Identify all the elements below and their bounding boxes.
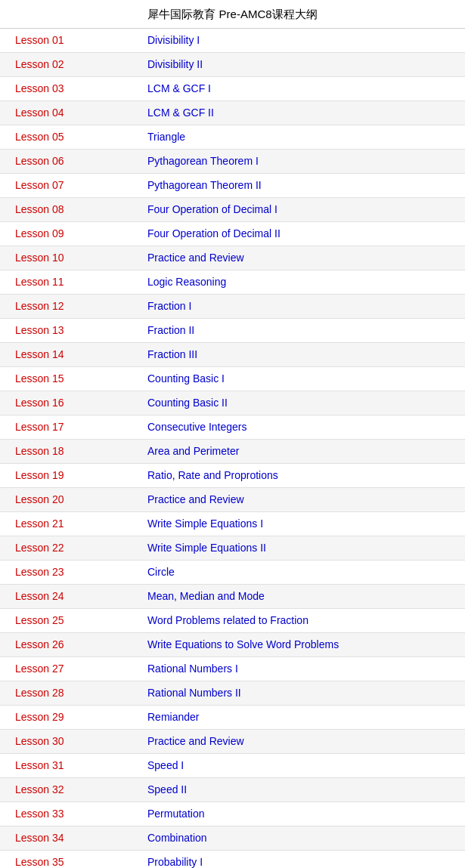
table-row: Lesson 20Practice and Review: [0, 488, 465, 512]
lesson-topic: Logic Reasoning: [140, 270, 465, 294]
lesson-number: Lesson 22: [0, 536, 140, 560]
lesson-topic: Write Simple Equations I: [140, 512, 465, 536]
lesson-number: Lesson 18: [0, 440, 140, 463]
lesson-number: Lesson 35: [0, 851, 140, 868]
table-row: Lesson 18Area and Perimeter: [0, 440, 465, 464]
table-row: Lesson 02Divisibility II: [0, 53, 465, 77]
lesson-number: Lesson 02: [0, 53, 140, 76]
lesson-topic: Permutation: [140, 802, 465, 826]
lesson-number: Lesson 25: [0, 609, 140, 632]
lesson-topic: Consecutive Integers: [140, 415, 465, 439]
table-row: Lesson 32Speed II: [0, 778, 465, 802]
lesson-number: Lesson 06: [0, 150, 140, 173]
table-row: Lesson 09Four Operation of Decimal II: [0, 222, 465, 246]
table-row: Lesson 14Fraction III: [0, 343, 465, 367]
lesson-number: Lesson 34: [0, 826, 140, 850]
lesson-number: Lesson 32: [0, 778, 140, 802]
table-row: Lesson 35Probability I: [0, 851, 465, 868]
lesson-topic: Four Operation of Decimal II: [140, 222, 465, 246]
lesson-topic: Practice and Review: [140, 488, 465, 511]
lesson-number: Lesson 26: [0, 633, 140, 656]
table-row: Lesson 30Practice and Review: [0, 730, 465, 754]
lesson-number: Lesson 04: [0, 101, 140, 125]
lesson-topic: Probability I: [140, 851, 465, 868]
lesson-topic: Combination: [140, 826, 465, 850]
table-row: Lesson 27Rational Numbers I: [0, 657, 465, 681]
table-row: Lesson 01Divisibility I: [0, 29, 465, 53]
table-row: Lesson 25Word Problems related to Fracti…: [0, 609, 465, 633]
lesson-topic: LCM & GCF II: [140, 101, 465, 125]
table-row: Lesson 12Fraction I: [0, 295, 465, 319]
table-row: Lesson 28Rational Numbers II: [0, 681, 465, 706]
table-row: Lesson 33Permutation: [0, 802, 465, 826]
lesson-topic: Remiander: [140, 706, 465, 729]
lesson-topic: Four Operation of Decimal I: [140, 198, 465, 221]
table-row: Lesson 15Counting Basic I: [0, 367, 465, 391]
lesson-number: Lesson 16: [0, 391, 140, 415]
lesson-number: Lesson 08: [0, 198, 140, 221]
lesson-topic: Write Equations to Solve Word Problems: [140, 633, 465, 656]
table-row: Lesson 24Mean, Median and Mode: [0, 585, 465, 609]
lesson-topic: Ratio, Rate and Proprotions: [140, 464, 465, 487]
table-row: Lesson 26Write Equations to Solve Word P…: [0, 633, 465, 657]
lesson-number: Lesson 15: [0, 367, 140, 391]
lesson-topic: Pythagorean Theorem I: [140, 150, 465, 173]
lesson-number: Lesson 12: [0, 295, 140, 318]
lesson-topic: Pythagorean Theorem II: [140, 174, 465, 197]
lesson-topic: Triangle: [140, 125, 465, 149]
lesson-topic: Area and Perimeter: [140, 440, 465, 463]
lesson-topic: Speed I: [140, 754, 465, 777]
page-title: 犀牛国际教育 Pre-AMC8课程大纲: [0, 0, 465, 29]
lesson-topic: Speed II: [140, 778, 465, 802]
lesson-number: Lesson 03: [0, 77, 140, 100]
lesson-topic: Fraction I: [140, 295, 465, 318]
table-row: Lesson 08Four Operation of Decimal I: [0, 198, 465, 222]
table-row: Lesson 16Counting Basic II: [0, 391, 465, 415]
lesson-table: Lesson 01Divisibility ILesson 02Divisibi…: [0, 29, 465, 868]
lesson-number: Lesson 30: [0, 730, 140, 753]
table-row: Lesson 04LCM & GCF II: [0, 101, 465, 125]
lesson-number: Lesson 21: [0, 512, 140, 536]
table-row: Lesson 21Write Simple Equations I: [0, 512, 465, 536]
lesson-topic: Word Problems related to Fraction: [140, 609, 465, 632]
lesson-number: Lesson 31: [0, 754, 140, 777]
lesson-number: Lesson 33: [0, 802, 140, 826]
lesson-topic: Counting Basic I: [140, 367, 465, 391]
lesson-topic: LCM & GCF I: [140, 77, 465, 100]
lesson-number: Lesson 20: [0, 488, 140, 511]
lesson-topic: Divisibility II: [140, 53, 465, 76]
table-row: Lesson 03LCM & GCF I: [0, 77, 465, 101]
lesson-number: Lesson 23: [0, 561, 140, 584]
table-row: Lesson 19Ratio, Rate and Proprotions: [0, 464, 465, 488]
table-row: Lesson 11Logic Reasoning: [0, 270, 465, 295]
lesson-topic: Fraction III: [140, 343, 465, 366]
lesson-number: Lesson 14: [0, 343, 140, 366]
lesson-number: Lesson 10: [0, 246, 140, 270]
table-row: Lesson 31Speed I: [0, 754, 465, 778]
lesson-topic: Rational Numbers I: [140, 657, 465, 681]
lesson-number: Lesson 29: [0, 706, 140, 729]
lesson-topic: Write Simple Equations II: [140, 536, 465, 560]
lesson-topic: Mean, Median and Mode: [140, 585, 465, 608]
table-row: Lesson 06Pythagorean Theorem I: [0, 150, 465, 174]
lesson-topic: Rational Numbers II: [140, 681, 465, 705]
lesson-number: Lesson 11: [0, 270, 140, 294]
lesson-number: Lesson 17: [0, 415, 140, 439]
table-row: Lesson 29Remiander: [0, 706, 465, 730]
table-row: Lesson 10Practice and Review: [0, 246, 465, 270]
lesson-number: Lesson 13: [0, 319, 140, 342]
lesson-topic: Divisibility I: [140, 29, 465, 52]
lesson-topic: Practice and Review: [140, 730, 465, 753]
table-row: Lesson 05Triangle: [0, 125, 465, 150]
lesson-topic: Fraction II: [140, 319, 465, 342]
lesson-number: Lesson 24: [0, 585, 140, 608]
table-row: Lesson 34Combination: [0, 826, 465, 851]
lesson-number: Lesson 19: [0, 464, 140, 487]
lesson-number: Lesson 01: [0, 29, 140, 52]
table-row: Lesson 13Fraction II: [0, 319, 465, 343]
table-row: Lesson 07Pythagorean Theorem II: [0, 174, 465, 198]
lesson-number: Lesson 27: [0, 657, 140, 681]
lesson-number: Lesson 28: [0, 681, 140, 705]
lesson-topic: Circle: [140, 561, 465, 584]
lesson-topic: Counting Basic II: [140, 391, 465, 415]
